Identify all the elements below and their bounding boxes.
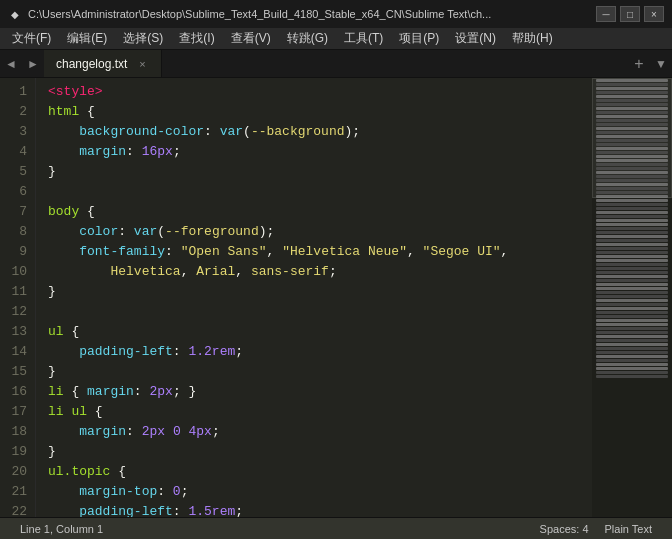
- menu-edit[interactable]: 编辑(E): [59, 28, 115, 49]
- menu-bar: 文件(F) 编辑(E) 选择(S) 查找(I) 查看(V) 转跳(G) 工具(T…: [0, 28, 672, 50]
- menu-settings[interactable]: 设置(N): [447, 28, 504, 49]
- line-number: 20: [8, 462, 27, 482]
- minimap-line: [596, 367, 668, 370]
- minimize-button[interactable]: ─: [596, 6, 616, 22]
- code-line: html {: [48, 102, 592, 122]
- menu-tools[interactable]: 工具(T): [336, 28, 391, 49]
- minimap-line: [596, 335, 668, 338]
- code-line: }: [48, 162, 592, 182]
- line-number: 6: [8, 182, 27, 202]
- minimap-line: [596, 347, 668, 350]
- minimap-line: [596, 123, 668, 126]
- minimap-line: [596, 219, 668, 222]
- close-button[interactable]: ×: [644, 6, 664, 22]
- minimap-line: [596, 247, 668, 250]
- minimap-line: [596, 315, 668, 318]
- menu-find[interactable]: 查找(I): [171, 28, 222, 49]
- line-numbers: 1234567891011121314151617181920212223242…: [0, 78, 36, 517]
- minimap-line: [596, 151, 668, 154]
- minimap-line: [596, 223, 668, 226]
- code-line: background-color: var(--background);: [48, 122, 592, 142]
- minimap-line: [596, 307, 668, 310]
- minimap-line: [596, 279, 668, 282]
- tab-prev-button[interactable]: ◄: [0, 50, 22, 77]
- minimap-line: [596, 339, 668, 342]
- minimap-line: [596, 215, 668, 218]
- line-number: 16: [8, 382, 27, 402]
- status-bar: Line 1, Column 1 Spaces: 4 Plain Text: [0, 517, 672, 539]
- status-position[interactable]: Line 1, Column 1: [12, 523, 111, 535]
- minimap-line: [596, 95, 668, 98]
- minimap-line: [596, 371, 668, 374]
- status-spaces[interactable]: Spaces: 4: [532, 523, 597, 535]
- minimap-line: [596, 87, 668, 90]
- minimap-line: [596, 159, 668, 162]
- minimap-line: [596, 283, 668, 286]
- tab-dropdown-button[interactable]: ▼: [650, 50, 672, 77]
- minimap-line: [596, 131, 668, 134]
- minimap-line: [596, 331, 668, 334]
- minimap-line: [596, 195, 668, 198]
- code-line: margin: 2px 0 4px;: [48, 422, 592, 442]
- code-line: ul.topic {: [48, 462, 592, 482]
- tab-next-button[interactable]: ►: [22, 50, 44, 77]
- minimap-line: [596, 259, 668, 262]
- minimap-line: [596, 107, 668, 110]
- new-tab-button[interactable]: +: [628, 50, 650, 77]
- minimap-line: [596, 239, 668, 242]
- minimap-line: [596, 79, 668, 82]
- menu-help[interactable]: 帮助(H): [504, 28, 561, 49]
- code-line: li ul {: [48, 402, 592, 422]
- menu-goto[interactable]: 转跳(G): [279, 28, 336, 49]
- tab-spacer: [162, 50, 628, 77]
- tab-bar: ◄ ► changelog.txt × + ▼: [0, 50, 672, 78]
- line-number: 9: [8, 242, 27, 262]
- code-editor[interactable]: <style>html { background-color: var(--ba…: [36, 78, 592, 517]
- line-number: 13: [8, 322, 27, 342]
- tab-changelog[interactable]: changelog.txt ×: [44, 50, 162, 77]
- code-line: [48, 182, 592, 202]
- code-line: padding-left: 1.2rem;: [48, 342, 592, 362]
- minimap-line: [596, 295, 668, 298]
- minimap-line: [596, 275, 668, 278]
- minimap-line: [596, 299, 668, 302]
- code-line: ul {: [48, 322, 592, 342]
- code-line: color: var(--foreground);: [48, 222, 592, 242]
- minimap-line: [596, 183, 668, 186]
- minimap-line: [596, 355, 668, 358]
- minimap-line: [596, 187, 668, 190]
- minimap-line: [596, 179, 668, 182]
- code-line: font-family: "Open Sans", "Helvetica Neu…: [48, 242, 592, 262]
- minimap-line: [596, 99, 668, 102]
- minimap-line: [596, 115, 668, 118]
- minimap-line: [596, 319, 668, 322]
- code-line: }: [48, 362, 592, 382]
- minimap-line: [596, 231, 668, 234]
- minimap-line: [596, 199, 668, 202]
- minimap-line: [596, 127, 668, 130]
- menu-select[interactable]: 选择(S): [115, 28, 171, 49]
- line-number: 10: [8, 262, 27, 282]
- minimap[interactable]: [592, 78, 672, 517]
- tab-close-button[interactable]: ×: [135, 57, 149, 71]
- maximize-button[interactable]: □: [620, 6, 640, 22]
- minimap-line: [596, 327, 668, 330]
- menu-file[interactable]: 文件(F): [4, 28, 59, 49]
- minimap-line: [596, 263, 668, 266]
- code-line: <style>: [48, 82, 592, 102]
- minimap-line: [596, 135, 668, 138]
- code-line: margin-top: 0;: [48, 482, 592, 502]
- line-number: 18: [8, 422, 27, 442]
- line-number: 21: [8, 482, 27, 502]
- minimap-line: [596, 375, 668, 378]
- menu-project[interactable]: 项目(P): [391, 28, 447, 49]
- line-number: 3: [8, 122, 27, 142]
- line-number: 14: [8, 342, 27, 362]
- tab-filename: changelog.txt: [56, 57, 127, 71]
- status-syntax[interactable]: Plain Text: [597, 523, 661, 535]
- minimap-line: [596, 111, 668, 114]
- minimap-line: [596, 171, 668, 174]
- menu-view[interactable]: 查看(V): [223, 28, 279, 49]
- editor-area: 1234567891011121314151617181920212223242…: [0, 78, 672, 517]
- title-bar: ◆ C:\Users\Administrator\Desktop\Sublime…: [0, 0, 672, 28]
